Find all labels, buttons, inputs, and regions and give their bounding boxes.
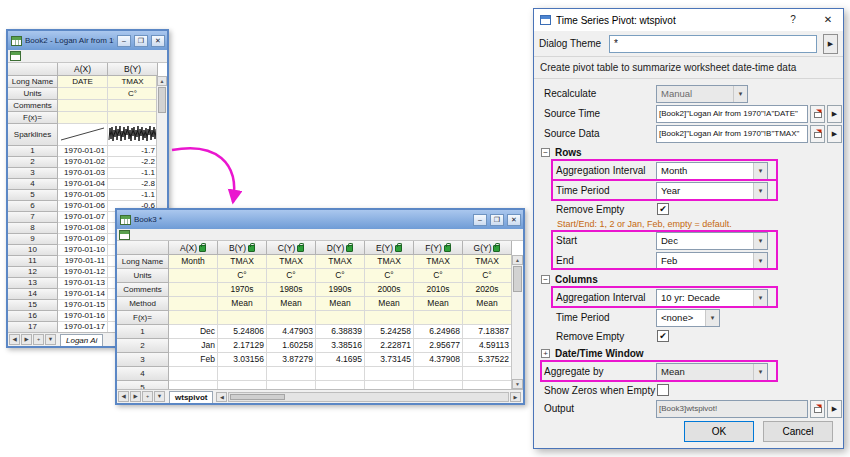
- cell[interactable]: -1.1: [108, 190, 158, 201]
- maximize-icon[interactable]: ❐: [490, 214, 504, 226]
- flyout-button[interactable]: ▶: [827, 400, 842, 418]
- cell[interactable]: Mean: [414, 297, 463, 311]
- close-icon[interactable]: ✕: [151, 35, 165, 47]
- cell[interactable]: 1970-01-08: [58, 223, 108, 234]
- row-header[interactable]: Method: [117, 297, 169, 311]
- rows-aggregation-interval-combo[interactable]: Month▾: [656, 162, 768, 180]
- cell[interactable]: Dec: [169, 325, 218, 339]
- sheet-nav-next-icon[interactable]: ▶: [130, 391, 141, 402]
- column-header[interactable]: C(Y): [267, 241, 316, 255]
- cell[interactable]: TMAX: [463, 255, 512, 269]
- cell[interactable]: [169, 269, 218, 283]
- cell[interactable]: [108, 100, 158, 112]
- cell[interactable]: 3.87279: [267, 353, 316, 367]
- cell[interactable]: [218, 311, 267, 325]
- cell[interactable]: C°: [316, 269, 365, 283]
- cell[interactable]: DATE: [58, 76, 108, 88]
- cell[interactable]: 5.37522: [463, 353, 512, 367]
- cell[interactable]: 1990s: [316, 283, 365, 297]
- cell[interactable]: C°: [267, 269, 316, 283]
- minimize-icon[interactable]: –: [117, 35, 131, 47]
- cell[interactable]: 1970-01-03: [58, 168, 108, 179]
- row-header[interactable]: 2: [117, 339, 169, 353]
- row-header[interactable]: 8: [8, 223, 58, 234]
- sheet-add-icon[interactable]: +: [33, 334, 44, 345]
- cell[interactable]: 4.47903: [267, 325, 316, 339]
- row-header[interactable]: 3: [117, 353, 169, 367]
- row-header[interactable]: Long Name: [8, 76, 58, 88]
- cell[interactable]: [169, 297, 218, 311]
- end-combo[interactable]: Feb▾: [656, 252, 768, 270]
- cell[interactable]: 1970-01-13: [58, 278, 108, 289]
- row-header[interactable]: 9: [8, 234, 58, 245]
- cell[interactable]: -2.8: [108, 179, 158, 190]
- cell[interactable]: 1970-01-09: [58, 234, 108, 245]
- column-header[interactable]: F(Y): [414, 241, 463, 255]
- row-header[interactable]: 10: [8, 245, 58, 256]
- cell[interactable]: 5.24806: [218, 325, 267, 339]
- cell[interactable]: 1970-01-06: [58, 201, 108, 212]
- cell[interactable]: 2010s: [414, 283, 463, 297]
- row-header[interactable]: 5: [8, 190, 58, 201]
- cell[interactable]: TMAX: [365, 255, 414, 269]
- cell[interactable]: [169, 367, 218, 381]
- cell[interactable]: 4.37908: [414, 353, 463, 367]
- rows-section-header[interactable]: − Rows: [538, 144, 835, 160]
- row-header[interactable]: 2: [8, 157, 58, 168]
- cell[interactable]: 2020s: [463, 283, 512, 297]
- row-header[interactable]: 11: [8, 256, 58, 267]
- sheet-add-icon[interactable]: +: [142, 391, 153, 402]
- cell[interactable]: Mean: [267, 297, 316, 311]
- column-header[interactable]: B(Y): [218, 241, 267, 255]
- cell[interactable]: -1.1: [108, 168, 158, 179]
- row-header[interactable]: Long Name: [117, 255, 169, 269]
- cell[interactable]: -1.7: [108, 146, 158, 157]
- cell[interactable]: C°: [218, 269, 267, 283]
- column-header[interactable]: A(X): [169, 241, 218, 255]
- cell[interactable]: 4.1695: [316, 353, 365, 367]
- row-header[interactable]: 14: [8, 289, 58, 300]
- row-header[interactable]: Units: [8, 88, 58, 100]
- cancel-button[interactable]: Cancel: [763, 421, 833, 442]
- expand-icon[interactable]: +: [541, 349, 550, 358]
- cell[interactable]: TMAX: [414, 255, 463, 269]
- sheet-menu-icon[interactable]: ▼: [154, 391, 165, 402]
- row-header[interactable]: 12: [8, 267, 58, 278]
- range-select-button[interactable]: [810, 105, 825, 123]
- flyout-button[interactable]: ▶: [827, 105, 842, 123]
- minimize-icon[interactable]: –: [473, 214, 487, 226]
- cell[interactable]: Jan: [169, 339, 218, 353]
- cell[interactable]: 1970-01-02: [58, 157, 108, 168]
- columns-time-period-combo[interactable]: <none>▾: [656, 309, 720, 327]
- column-header[interactable]: B(Y): [108, 63, 158, 76]
- row-header[interactable]: 15: [8, 300, 58, 311]
- cell[interactable]: 3.03156: [218, 353, 267, 367]
- row-header[interactable]: Sparklines: [8, 124, 58, 146]
- row-header[interactable]: 1: [8, 146, 58, 157]
- row-header[interactable]: 1: [117, 325, 169, 339]
- cell[interactable]: [365, 311, 414, 325]
- cell[interactable]: 6.38839: [316, 325, 365, 339]
- row-header[interactable]: Comments: [8, 100, 58, 112]
- aggregate-by-combo[interactable]: Mean▾: [656, 363, 768, 381]
- scroll-down-icon[interactable]: ▼: [512, 379, 523, 389]
- row-header[interactable]: 4: [8, 179, 58, 190]
- row-header[interactable]: 3: [8, 168, 58, 179]
- cell[interactable]: 7.18387: [463, 325, 512, 339]
- sheet-tab[interactable]: wtspivot: [169, 391, 213, 403]
- cell[interactable]: TMAX: [267, 255, 316, 269]
- cell[interactable]: 1970-01-07: [58, 212, 108, 223]
- select-all-corner[interactable]: [117, 241, 169, 255]
- cell[interactable]: 1970-01-14: [58, 289, 108, 300]
- row-header[interactable]: 4: [117, 367, 169, 381]
- scroll-up-icon[interactable]: ▲: [157, 76, 167, 86]
- datetime-window-section-header[interactable]: + Date/Time Window: [538, 345, 835, 361]
- dialog-theme-combo[interactable]: *: [609, 35, 817, 53]
- cell[interactable]: 1970-01-01: [58, 146, 108, 157]
- select-all-corner[interactable]: [8, 63, 58, 76]
- cell[interactable]: 1980s: [267, 283, 316, 297]
- vertical-scrollbar[interactable]: ▲ ▼: [511, 255, 523, 389]
- source-time-field[interactable]: [Book2]"Logan Air from 1970"!A"DATE": [656, 105, 808, 123]
- cell[interactable]: [316, 311, 365, 325]
- scrollbar-thumb[interactable]: [513, 266, 522, 292]
